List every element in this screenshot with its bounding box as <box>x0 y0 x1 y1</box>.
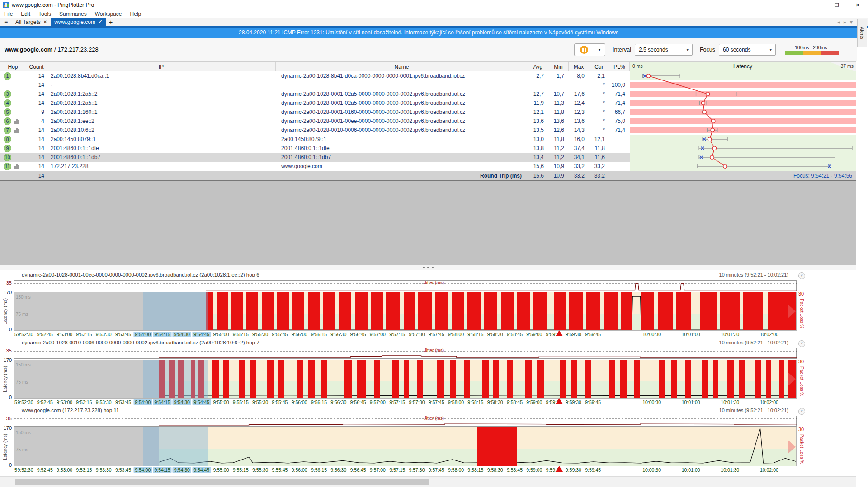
header-pl[interactable]: PL% <box>609 62 630 72</box>
pause-button[interactable] <box>574 43 594 56</box>
menu-file[interactable]: File <box>0 11 17 17</box>
close-icon[interactable]: ✕ <box>847 0 868 10</box>
scrollbar-thumb[interactable] <box>15 479 429 485</box>
header-hop[interactable]: Hop <box>0 62 26 72</box>
hop-number-badge: 3 <box>4 90 11 98</box>
focus-select[interactable]: 60 seconds ▾ <box>719 44 776 56</box>
time-tick-label: 9:58:00 <box>448 399 464 405</box>
min-cell: 13,6 <box>548 117 569 126</box>
interval-label: Interval <box>613 47 631 53</box>
hop-cell: 11 <box>0 162 26 171</box>
latency-timeline-plot[interactable]: 150 ms75 ms <box>14 360 797 399</box>
timeline-graph-icon <box>14 164 19 169</box>
chevron-down-icon[interactable]: ˅ <box>798 272 805 279</box>
table-row[interactable]: 592a00:1028:1:160::1dynamic-2a00-1028-00… <box>0 108 856 117</box>
header-max[interactable]: Max <box>569 62 589 72</box>
latency-timeline-plot[interactable]: 150 ms75 ms <box>14 427 797 466</box>
latency-row-bg <box>630 126 856 135</box>
table-row[interactable]: 4142a00:1028:1:2a5::1dynamic-2a00-1028-0… <box>0 99 856 108</box>
header-ip[interactable]: IP <box>47 62 276 72</box>
avg-cell: 12,1 <box>528 108 548 117</box>
pause-dropdown-button[interactable]: ▾ <box>594 43 605 56</box>
table-row[interactable]: 1114172.217.23.228www.google.com15,610,9… <box>0 162 856 171</box>
hamburger-icon[interactable]: ≡ <box>0 18 12 26</box>
splitter-handle[interactable] <box>0 265 856 270</box>
time-tick-label: 9:55:30 <box>252 467 268 473</box>
table-row[interactable]: 642a00:1028:1:ee::2dynamic-2a00-1028-000… <box>0 117 856 126</box>
latency-axis-label: Latency (ms) <box>3 292 8 331</box>
max-cell: 33,2 <box>569 162 589 171</box>
hop-number-badge: 1 <box>4 72 11 80</box>
chevron-down-icon: ▾ <box>766 47 775 52</box>
icmp-error-banner[interactable]: 28.04.2020 11:21 ICMP Error 1231: Umístě… <box>0 28 857 38</box>
table-row[interactable]: 9142001:4860:0:1::1dfe2001:4860:0:1::1df… <box>0 144 856 153</box>
name-cell: dynamic-2a00-1028-8b41-d0ca-0000-0000-00… <box>276 71 528 80</box>
latency-timeline-plot[interactable]: 150 ms75 ms <box>14 292 797 331</box>
tab-close-icon[interactable]: ✕ <box>43 19 47 24</box>
menu-bar: File Edit Tools Summaries Workspace Help <box>0 10 868 18</box>
packet-loss-cell <box>609 71 630 80</box>
count-cell: 9 <box>26 108 47 117</box>
add-tab-button[interactable]: + <box>106 18 116 26</box>
table-row[interactable]: 8142a00:1450:8079::12a00:1450:8079::113,… <box>0 135 856 144</box>
maximize-icon[interactable]: ❐ <box>826 0 847 10</box>
min-cell: 11,2 <box>548 144 569 153</box>
focus-edge-line <box>208 427 208 466</box>
focus-label: Focus <box>700 47 715 53</box>
tab-bar: ≡ All Targets ✕ www.google.com ✔ + ◂ ▸ ▾ <box>0 18 868 28</box>
avg-cell: 13,5 <box>528 126 548 135</box>
table-row[interactable]: 10142001:4860:0:1::1db72001:4860:0:1::1d… <box>0 153 856 162</box>
table-row[interactable]: 14-*100,0 <box>0 80 856 89</box>
timeline-range-label[interactable]: 10 minutes (9:52:21 - 10:02:21) <box>719 408 788 413</box>
focus-region-overlay <box>143 292 208 330</box>
scroll-right-arrow-icon[interactable] <box>788 440 796 454</box>
ip-cell: - <box>47 80 276 89</box>
menu-help[interactable]: Help <box>126 11 146 17</box>
tab-all-targets[interactable]: All Targets ✕ <box>12 18 51 26</box>
menu-edit[interactable]: Edit <box>17 11 34 17</box>
time-tick-label: 9:59:45 <box>585 332 601 337</box>
pause-icon <box>580 46 588 54</box>
chevron-down-icon[interactable]: ˅ <box>798 408 805 415</box>
interval-select[interactable]: 2,5 seconds ▾ <box>635 44 693 56</box>
packet-loss-bar <box>537 360 544 398</box>
header-min[interactable]: Min <box>548 62 569 72</box>
chevron-down-icon[interactable]: ˅ <box>798 340 805 347</box>
header-count[interactable]: Count <box>26 62 47 72</box>
packet-loss-bar <box>720 292 740 330</box>
timeline-range-label[interactable]: 10 minutes (9:52:21 - 10:02:21) <box>719 340 788 345</box>
scroll-right-arrow-icon[interactable] <box>788 372 796 386</box>
nav-left-icon[interactable]: ◂ <box>837 19 840 25</box>
latency-axis-label: Latency (ms) <box>3 427 8 466</box>
time-tick-label: 9:58:15 <box>467 467 483 473</box>
tab-www-google-com[interactable]: www.google.com ✔ <box>51 18 106 26</box>
alerts-side-tab[interactable]: Alerts <box>857 19 867 47</box>
horizontal-scrollbar[interactable] <box>0 476 856 487</box>
nav-down-icon[interactable]: ▾ <box>850 19 853 25</box>
menu-tools[interactable]: Tools <box>34 11 55 17</box>
header-cur[interactable]: Cur <box>589 62 609 72</box>
packet-loss-axis-label: Packet Loss % <box>799 432 804 466</box>
header-avg[interactable]: Avg <box>528 62 548 72</box>
table-row[interactable]: 7142a00:1028:10:6::2dynamic-2a00-1028-00… <box>0 126 856 135</box>
time-tick-label: 9:55:45 <box>272 399 288 405</box>
menu-summaries[interactable]: Summaries <box>55 11 91 17</box>
time-tick-label: 10:01:30 <box>721 399 739 405</box>
packet-loss-bar <box>277 292 289 330</box>
scroll-right-arrow-icon[interactable] <box>788 304 796 319</box>
header-name[interactable]: Name <box>276 62 528 72</box>
jitter-strip <box>14 348 797 359</box>
time-tick-label: 9:57:45 <box>429 332 444 337</box>
ip-cell: 2a00:1028:8b41:d0ca::1 <box>47 71 276 80</box>
table-row[interactable]: 3142a00:1028:1:2a5::2dynamic-2a00-1028-0… <box>0 89 856 99</box>
minimize-icon[interactable]: ─ <box>806 0 826 10</box>
packet-loss-bar <box>641 292 654 330</box>
menu-workspace[interactable]: Workspace <box>91 11 126 17</box>
table-row[interactable]: 1142a00:1028:8b41:d0ca::1dynamic-2a00-10… <box>0 71 856 80</box>
timeline-range-label[interactable]: 10 minutes (9:52:21 - 10:02:21) <box>719 272 788 277</box>
time-axis: 59:52:309:52:459:53:009:53:159:53:309:53… <box>14 467 797 474</box>
round-trip-row[interactable]: 14 Round Trip (ms) 15,6 10,9 33,2 33,2 F… <box>0 171 856 181</box>
time-tick-label: 9:55:45 <box>272 332 288 337</box>
packet-loss-bar <box>525 360 532 398</box>
nav-right-icon[interactable]: ▸ <box>844 19 846 25</box>
